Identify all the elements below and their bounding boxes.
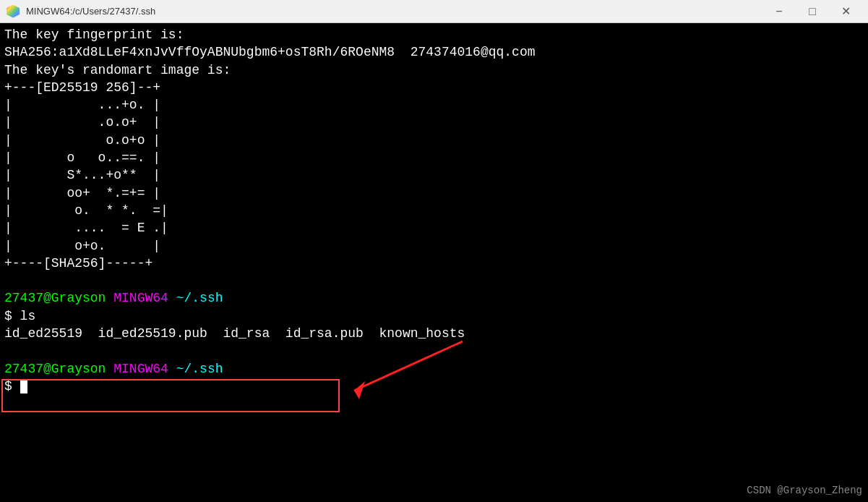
prompt2-path: ~/.ssh [176, 362, 223, 376]
line-randomart-6: | oo+ *.=+= | [4, 186, 160, 200]
line-randomart-label: The key's randomart image is: [4, 63, 231, 77]
terminal[interactable]: The key fingerprint is: SHA256:a1Xd8LLeF… [0, 23, 868, 502]
line-randomart-bottom: +----[SHA256]-----+ [4, 256, 152, 271]
prompt1-shell: MINGW64 [113, 291, 168, 305]
ls-output: id_ed25519 id_ed25519.pub id_rsa id_rsa.… [4, 326, 465, 341]
prompt2-shell: MINGW64 [113, 362, 168, 376]
line-randomart-4: | o o..==. | [4, 150, 160, 165]
maximize-button[interactable]: □ [796, 0, 829, 23]
prompt2-cmd: $ [4, 379, 20, 393]
line-randomart-7: | o. * *. =| [4, 203, 168, 218]
minimize-button[interactable]: − [762, 0, 796, 23]
title-bar-left: MINGW64:/c/Users/27437/.ssh [6, 4, 155, 19]
cursor [20, 380, 27, 393]
terminal-output: The key fingerprint is: SHA256:a1Xd8LLeF… [4, 26, 864, 395]
line-fingerprint-label: The key fingerprint is: [4, 27, 184, 42]
line-randomart-2: | .o.o+ | [4, 115, 160, 129]
window-controls: − □ ✕ [762, 0, 862, 23]
prompt1-user: 27437@Grayson [4, 291, 106, 305]
line-randomart-8: | .... = E .| [4, 221, 168, 235]
line-sha256: SHA256:a1Xd8LLeF4xnJvVffOyABNUbgbm6+osT8… [4, 45, 536, 59]
title-bar: MINGW64:/c/Users/27437/.ssh − □ ✕ [0, 0, 868, 23]
watermark: CSDN @Grayson_Zheng [747, 485, 862, 496]
line-randomart-top: +---[ED25519 256]--+ [4, 80, 160, 95]
line-randomart-3: | o.o+o | [4, 133, 160, 148]
line-randomart-5: | S*...+o** | [4, 168, 160, 182]
prompt1-cmd: $ ls [4, 309, 35, 323]
line-randomart-9: | o+o. | [4, 239, 160, 253]
line-randomart-1: | ...+o. | [4, 98, 160, 112]
app-icon [6, 4, 20, 19]
close-button[interactable]: ✕ [829, 0, 862, 23]
prompt2-user: 27437@Grayson [4, 362, 106, 376]
window-title: MINGW64:/c/Users/27437/.ssh [26, 6, 155, 17]
prompt1-path: ~/.ssh [176, 291, 223, 305]
